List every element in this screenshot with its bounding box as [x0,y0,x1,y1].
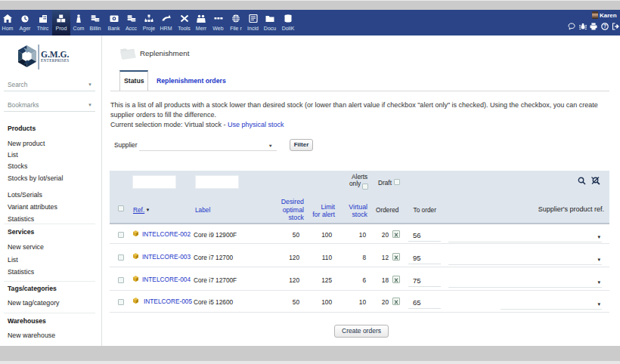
svg-text:G.M.G.: G.M.G. [41,50,69,59]
svg-text:?: ? [603,23,606,29]
svg-text:ENTERPRISES: ENTERPRISES [41,58,70,63]
